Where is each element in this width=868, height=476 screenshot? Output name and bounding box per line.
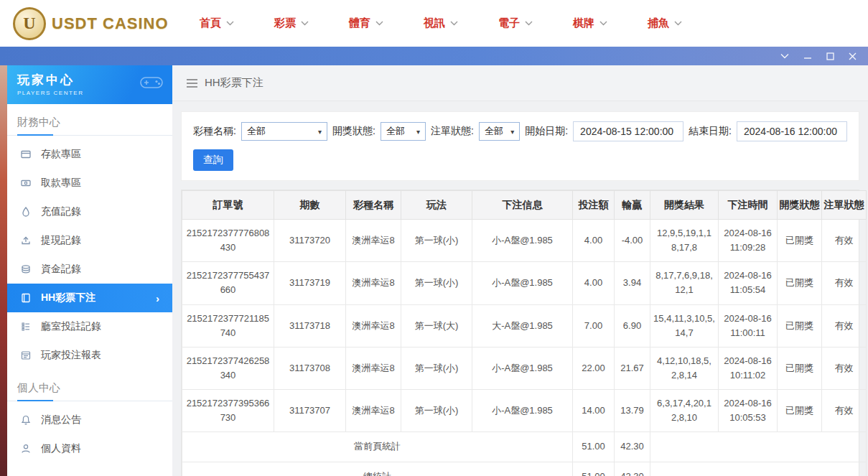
end-date-label: 結束日期:	[689, 125, 732, 138]
cell-draw-status: 已開獎	[778, 304, 822, 347]
grand-total-empty	[650, 462, 867, 476]
cell-amount: 4.00	[573, 220, 615, 262]
sidebar-item-announcements[interactable]: 消息公告	[7, 406, 172, 434]
lottery-name-select[interactable]: 全部 ▾	[241, 122, 327, 141]
draw-status-select[interactable]: 全部 ▾	[381, 122, 426, 141]
window-minimize-icon[interactable]	[803, 52, 812, 60]
chevron-down-icon: ▾	[416, 128, 420, 136]
sidebar-item-label: 消息公告	[41, 414, 81, 426]
brand[interactable]: U USDT CASINO	[13, 7, 179, 40]
withdrawal-record-icon	[20, 235, 32, 246]
bets-table: 訂單號 期數 彩種名稱 玩法 下注信息 投注額 輸贏 開獎結果 下注時間 開獎狀…	[181, 190, 859, 476]
col-header-winloss: 輸贏	[615, 191, 650, 220]
bell-icon	[20, 414, 32, 426]
cell-draw-status: 已開獎	[778, 390, 822, 432]
col-header-bet-info: 下注信息	[472, 191, 573, 220]
window-maximize-icon[interactable]	[826, 52, 834, 60]
start-date-input[interactable]	[573, 121, 683, 141]
cell-order: 2152172377426258340	[182, 347, 274, 389]
cell-lottery: 澳洲幸运8	[346, 220, 401, 262]
table-header-row: 訂單號 期數 彩種名稱 玩法 下注信息 投注額 輸贏 開獎結果 下注時間 開獎狀…	[182, 191, 867, 220]
sidebar-item-label: 存款專區	[41, 148, 81, 161]
chevron-down-icon	[674, 21, 682, 26]
room-bet-record-icon	[20, 321, 32, 332]
sidebar-item-player-report[interactable]: 玩家投注報表	[7, 341, 172, 370]
sidebar-item-room-bet-record[interactable]: 廳室投註記錄	[7, 312, 172, 341]
cell-period: 31173708	[274, 347, 346, 389]
sidebar-item-withdrawal-record[interactable]: 提現記錄	[7, 226, 172, 255]
start-date-label: 開始日期:	[525, 125, 568, 138]
cell-bet-info: 大-A盤@1.985	[472, 304, 573, 347]
nav-item-label: 彩票	[274, 17, 296, 30]
cell-draw-status: 已開獎	[778, 262, 822, 304]
page-title: HH彩票下注	[205, 76, 263, 90]
sidebar-item-label: 玩家投注報表	[41, 349, 101, 362]
sidebar-item-withdraw[interactable]: 取款專區	[7, 169, 172, 197]
cell-play: 第一球(小)	[401, 220, 472, 262]
nav-item-lottery[interactable]: 彩票	[254, 17, 329, 30]
cell-result: 8,17,7,6,9,18,12,1	[650, 262, 719, 304]
cell-winloss: 21.67	[615, 347, 650, 389]
col-header-draw-status: 開獎狀態	[778, 191, 822, 220]
filter-panel: 彩種名稱: 全部 ▾ 開獎狀態: 全部 ▾ 注單狀態: 全部 ▾	[181, 111, 859, 181]
nav-item-live[interactable]: 視訊	[403, 17, 478, 30]
nav-item-label: 捕魚	[648, 17, 669, 30]
page-total-win: 42.30	[615, 432, 650, 462]
cell-order-status: 有效	[822, 220, 867, 262]
col-header-lottery: 彩種名稱	[346, 191, 401, 220]
sidebar-item-funds-record[interactable]: 資金記錄	[7, 255, 172, 284]
sidebar-section-finance: 財務中心	[7, 113, 172, 136]
sidebar: 玩家中心 PLAYERS CENTER 財務中心 存款專區 取款專區 充值記錄	[7, 65, 172, 476]
search-button[interactable]: 查詢	[193, 149, 233, 171]
cell-time: 2024-08-16 10:05:53	[719, 390, 778, 432]
gamepad-icon	[139, 74, 164, 94]
person-icon	[20, 443, 32, 454]
hamburger-menu-icon[interactable]	[187, 79, 197, 88]
end-date-input[interactable]	[737, 121, 847, 141]
window-close-icon[interactable]	[849, 52, 857, 60]
funds-record-icon	[20, 263, 32, 275]
cell-draw-status: 已開獎	[778, 347, 822, 389]
cell-amount: 14.00	[573, 390, 615, 432]
table-row: 2152172377426258340 31173708 澳洲幸运8 第一球(小…	[182, 347, 867, 389]
chevron-down-icon	[599, 21, 607, 26]
chevron-down-icon	[375, 21, 383, 26]
nav-item-label: 體育	[349, 17, 370, 30]
cell-amount: 4.00	[573, 262, 615, 304]
nav-item-label: 首頁	[200, 17, 221, 30]
order-status-value: 全部	[485, 125, 503, 138]
cell-order-status: 有效	[822, 262, 867, 304]
sidebar-item-recharge-record[interactable]: 充值記錄	[7, 197, 172, 226]
nav-item-slots[interactable]: 電子	[478, 17, 553, 30]
nav-item-cards[interactable]: 棋牌	[553, 17, 627, 30]
nav-item-fishing[interactable]: 捕魚	[627, 17, 702, 30]
sidebar-item-profile[interactable]: 個人資料	[7, 434, 172, 463]
main-content: HH彩票下注 彩種名稱: 全部 ▾ 開獎狀態: 全部 ▾ 注單狀態:	[172, 65, 868, 476]
nav-item-label: 電子	[498, 17, 520, 30]
order-status-select[interactable]: 全部 ▾	[479, 122, 520, 141]
table-row: 2152172377721185740 31173718 澳洲幸运8 第一球(大…	[182, 304, 867, 347]
brand-name: USDT CASINO	[52, 14, 169, 33]
col-header-amount: 投注額	[573, 191, 615, 220]
sidebar-item-label: 廳室投註記錄	[41, 320, 101, 333]
table-row: 2152172377395366730 31173707 澳洲幸运8 第一球(小…	[182, 390, 867, 432]
cell-play: 第一球(小)	[401, 262, 472, 304]
page-total-bet: 51.00	[573, 432, 615, 462]
sidebar-item-deposit[interactable]: 存款專區	[7, 140, 172, 169]
chevron-down-icon	[301, 21, 309, 26]
lottery-name-label: 彩種名稱:	[193, 125, 236, 138]
cell-winloss: 3.94	[615, 262, 650, 304]
chevron-right-icon: ›	[156, 293, 159, 304]
sidebar-item-label: HH彩票下注	[41, 291, 95, 304]
chevron-down-icon	[226, 21, 234, 26]
chevron-down-icon	[450, 21, 458, 26]
window-collapse-icon[interactable]	[780, 53, 789, 59]
nav-item-home[interactable]: 首頁	[179, 17, 254, 30]
page-header: HH彩票下注	[172, 65, 868, 101]
nav-item-sports[interactable]: 體育	[329, 17, 403, 30]
sidebar-item-hh-lottery-bets[interactable]: HH彩票下注 ›	[7, 284, 172, 312]
order-status-label: 注單狀態:	[431, 125, 474, 138]
cell-period: 31173719	[274, 262, 346, 304]
cell-result: 6,3,17,4,20,12,8,10	[650, 390, 719, 432]
cell-result: 12,9,5,19,1,18,17,8	[650, 220, 719, 262]
